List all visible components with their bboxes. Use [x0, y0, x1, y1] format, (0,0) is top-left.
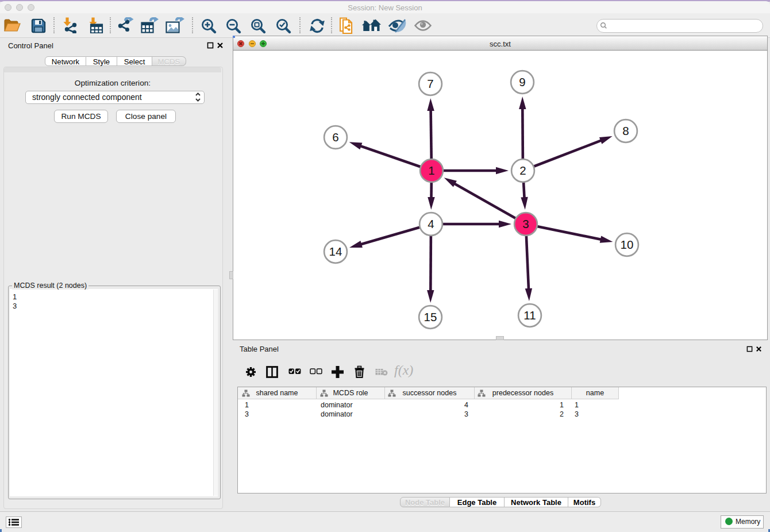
- svg-text:9: 9: [519, 75, 525, 88]
- svg-text:3: 3: [522, 217, 529, 230]
- svg-text:2: 2: [519, 164, 526, 177]
- svg-text:4: 4: [428, 217, 434, 230]
- svg-text:11: 11: [523, 309, 536, 322]
- svg-text:1: 1: [428, 164, 434, 177]
- svg-text:15: 15: [424, 310, 437, 323]
- svg-text:6: 6: [332, 130, 338, 144]
- svg-text:10: 10: [621, 238, 634, 251]
- svg-text:14: 14: [329, 245, 342, 258]
- svg-text:8: 8: [622, 124, 629, 137]
- svg-text:7: 7: [427, 77, 433, 90]
